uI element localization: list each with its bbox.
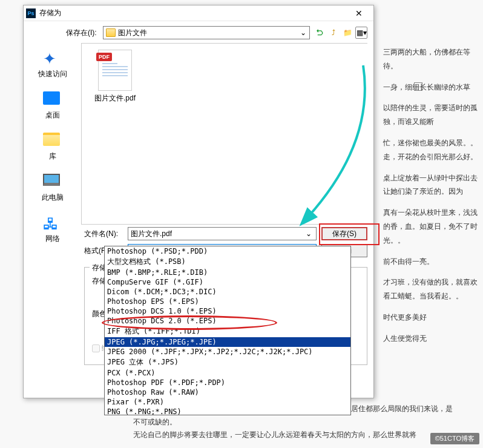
chevron-down-icon: ⌄ <box>298 28 308 37</box>
save-in-value: 图片文件 <box>118 28 296 38</box>
libraries-icon <box>43 133 60 146</box>
filename-input[interactable]: 图片文件.pdf ⌄ <box>128 227 317 240</box>
file-item-name: 图片文件.pdf <box>94 93 136 104</box>
photoshop-icon: Ps <box>26 8 36 18</box>
format-option[interactable]: Photoshop Raw (*.RAW) <box>105 387 350 397</box>
title-bar: Ps 存储为 ✕ <box>24 5 373 21</box>
format-option[interactable]: JPEG (*.JPG;*.JPEG;*.JPE) <box>105 337 350 347</box>
format-option[interactable]: Photoshop EPS (*.EPS) <box>105 297 350 306</box>
new-folder-icon[interactable]: 📁 <box>341 27 353 39</box>
up-one-level-icon[interactable]: ⤴ <box>327 27 340 39</box>
close-button[interactable]: ✕ <box>347 5 371 21</box>
format-option[interactable]: Photoshop DCS 1.0 (*.EPS) <box>105 306 350 316</box>
dialog-title: 存储为 <box>39 8 347 18</box>
view-menu-icon[interactable]: ▦▾ <box>355 27 367 39</box>
save-in-combo[interactable]: 图片文件 ⌄ <box>103 26 310 39</box>
sidebar-item-libraries[interactable]: 库 <box>28 130 77 164</box>
format-option[interactable]: Photoshop PDF (*.PDF;*.PDP) <box>105 378 350 387</box>
format-dropdown-list[interactable]: Photoshop (*.PSD;*.PDD)大型文档格式 (*.PSB)BMP… <box>104 246 351 415</box>
format-option[interactable]: Dicom (*.DCM;*.DC3;*.DIC) <box>105 287 350 297</box>
format-option[interactable]: PCX (*.PCX) <box>105 368 350 378</box>
format-option[interactable]: Pixar (*.PXR) <box>105 397 350 407</box>
desktop-icon <box>43 91 60 105</box>
back-icon[interactable]: ⮌ <box>314 27 326 39</box>
format-option[interactable]: BMP (*.BMP;*.RLE;*.DIB) <box>105 268 350 277</box>
sidebar-item-quickaccess[interactable]: ✦ 快速访问 <box>28 48 77 82</box>
format-option[interactable]: JPEG 2000 (*.JPF;*.JPX;*.JP2;*.J2C;*.J2K… <box>105 347 350 357</box>
filename-label: 文件名(N): <box>84 229 128 239</box>
format-option[interactable]: JPEG 立体 (*.JPS) <box>105 357 350 368</box>
format-option[interactable]: Photoshop DCS 2.0 (*.EPS) <box>105 316 350 326</box>
sidebar-item-network[interactable]: 🖧 网络 <box>28 212 77 246</box>
places-sidebar: ✦ 快速访问 桌面 库 此电脑 🖧 网络 <box>24 43 81 225</box>
this-pc-icon <box>43 174 60 186</box>
sidebar-item-thispc[interactable]: 此电脑 <box>28 171 77 205</box>
pdf-thumbnail-icon: PDF <box>98 50 132 91</box>
network-icon: 🖧 <box>43 215 62 232</box>
sidebar-item-desktop[interactable]: 桌面 <box>28 89 77 123</box>
format-option[interactable]: IFF 格式 (*.IFF;*.TDI) <box>105 326 350 337</box>
save-in-label: 保存在(I): <box>66 28 97 38</box>
format-option[interactable]: CompuServe GIF (*.GIF) <box>105 277 350 287</box>
format-option[interactable]: PNG (*.PNG;*.PNS) <box>105 407 350 415</box>
format-option[interactable]: 大型文档格式 (*.PSB) <box>105 256 350 268</box>
format-option[interactable]: Photoshop (*.PSD;*.PDD) <box>105 246 350 256</box>
quick-access-icon: ✦ <box>43 50 62 67</box>
watermark: ©51CTO博客 <box>430 433 479 444</box>
file-item[interactable]: PDF 图片文件.pdf <box>88 50 142 104</box>
background-document-text: 三两两的大船，仿佛都在等待。 一身，细细长长幽绿的水草 以陪伴的生灵，需要适时的… <box>380 42 483 356</box>
folder-icon <box>106 28 116 37</box>
chevron-down-icon: ⌄ <box>304 229 314 238</box>
save-button[interactable]: 保存(S) <box>321 227 367 240</box>
file-list[interactable]: PDF 图片文件.pdf <box>81 43 367 225</box>
